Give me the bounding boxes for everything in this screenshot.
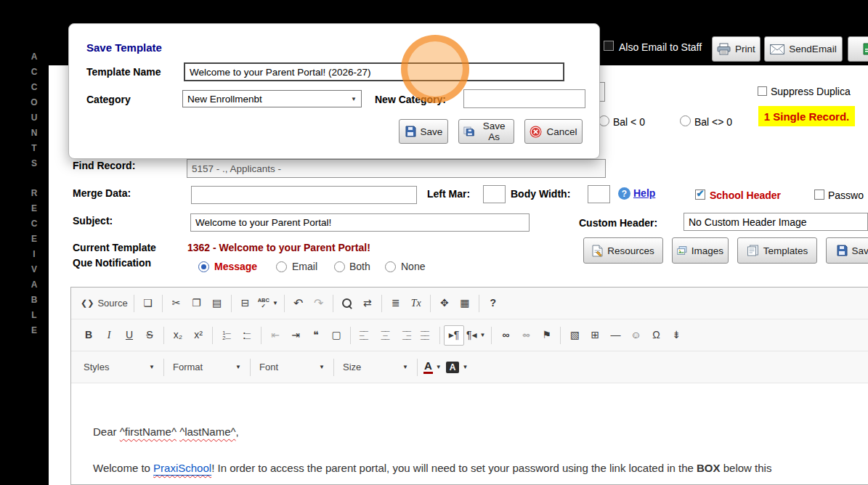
replace-button[interactable]: ⇄ <box>357 293 378 314</box>
insert-table-button[interactable]: ⊞ <box>585 325 605 346</box>
size-dropdown[interactable]: Size ▼ <box>338 358 413 377</box>
password-checkbox[interactable] <box>814 189 824 200</box>
save-disk-icon <box>405 126 416 137</box>
link-button[interactable]: ∞ <box>495 325 516 346</box>
paste-button[interactable]: ▤ <box>207 293 227 314</box>
smiley-button[interactable]: ☺ <box>625 325 646 346</box>
export-button[interactable] <box>848 36 868 62</box>
left-margin-input[interactable] <box>483 185 506 203</box>
align-right-button[interactable]: ―― ― ―― <box>395 325 415 346</box>
que-both-radio[interactable] <box>334 261 345 272</box>
source-label: Source <box>97 298 127 309</box>
text-direction-rtl-button[interactable]: ¶◂ ▼ <box>464 325 487 346</box>
bal-lt-zero-radio[interactable] <box>599 115 609 126</box>
print-button[interactable]: Print <box>712 36 760 62</box>
suppress-duplicate-checkbox[interactable] <box>758 86 767 96</box>
merge-data-input[interactable] <box>191 186 417 204</box>
template-name-input[interactable] <box>184 62 564 81</box>
redo-button[interactable]: ↷ <box>309 293 329 314</box>
background-color-button[interactable]: A ▼ <box>444 357 471 378</box>
special-char-button[interactable]: Ω <box>646 325 666 346</box>
underline-button[interactable]: U <box>119 325 139 346</box>
align-justify-button[interactable]: ―― ―― ―― <box>415 325 436 346</box>
new-page-button[interactable]: ❏ <box>138 293 158 314</box>
cut-button[interactable]: ✂ <box>166 293 187 314</box>
maximize-button[interactable]: ✥ <box>434 293 455 314</box>
remove-format-button[interactable]: Tx <box>406 293 426 314</box>
chevron-down-icon: ▼ <box>480 332 486 338</box>
select-all-button[interactable]: ≣ <box>386 293 406 314</box>
dialog-save-as-button[interactable]: Save As <box>458 119 514 144</box>
align-left-button[interactable]: ―― ― ―― <box>354 325 375 346</box>
unlink-button[interactable]: ∞ <box>516 325 536 346</box>
dialog-save-as-label: Save As <box>479 121 509 142</box>
spell-check-button[interactable]: ABC ✓ ▼ <box>256 293 280 314</box>
toolbar-separator <box>163 359 164 376</box>
bulleted-list-button[interactable]: •― •― <box>237 325 257 346</box>
subject-input[interactable] <box>190 213 530 232</box>
undo-button[interactable]: ↶ <box>288 293 309 314</box>
font-dropdown[interactable]: Font ▼ <box>254 358 330 377</box>
text-color-button[interactable]: A ▼ <box>421 357 444 378</box>
category-select[interactable]: New Enrollmenbt ▼ <box>182 90 362 107</box>
div-container-button[interactable]: ▢ <box>326 325 346 346</box>
custom-header-input[interactable] <box>684 213 868 231</box>
size-label: Size <box>343 362 361 372</box>
toolbar-separator <box>381 295 382 312</box>
save-template-button[interactable]: Save <box>826 237 868 264</box>
body-width-input[interactable] <box>588 185 610 203</box>
also-email-checkbox[interactable] <box>604 41 614 51</box>
praxischool-link[interactable]: PraxiSchool <box>153 462 211 474</box>
paste-icon: ▤ <box>212 298 222 309</box>
strikethrough-button[interactable]: S <box>139 325 160 346</box>
que-email-radio[interactable] <box>276 261 287 272</box>
school-header-checkbox[interactable]: ✔ <box>695 189 705 200</box>
bold-button[interactable]: B <box>78 325 99 346</box>
superscript-button[interactable]: x² <box>188 325 208 346</box>
que-message-radio[interactable] <box>198 261 209 272</box>
custom-header-label: Custom Header: <box>579 217 657 229</box>
merge-field-lastname: ^lastName^ <box>179 425 235 438</box>
text-direction-ltr-button[interactable]: ▸¶ <box>444 325 464 346</box>
que-none-radio[interactable] <box>385 261 396 272</box>
styles-dropdown[interactable]: Styles ▼ <box>78 358 160 377</box>
images-button[interactable]: Images <box>672 237 729 264</box>
new-category-input[interactable] <box>463 89 585 108</box>
suppress-duplicate-label: Suppress Duplica <box>771 86 851 97</box>
maximize-icon: ✥ <box>440 298 449 309</box>
italic-button[interactable]: I <box>99 325 119 346</box>
page-break-button[interactable]: ⇟ <box>666 325 686 346</box>
numbered-list-button[interactable]: 1― 2― <box>216 325 237 346</box>
copy-button[interactable]: ❐ <box>187 293 207 314</box>
send-email-button[interactable]: SendEmail <box>764 36 843 62</box>
find-record-input[interactable] <box>187 159 606 178</box>
bal-ne-zero-radio[interactable] <box>680 115 691 126</box>
single-record-badge: 1 Single Record. <box>758 106 855 126</box>
editor-toolbar-row-2: B I U S x₂ x² 1― 2― •― •― ⇤ ⇥ ❝ ▢ ―― ― ―… <box>71 319 868 351</box>
subscript-button[interactable]: x₂ <box>168 325 188 346</box>
find-button[interactable] <box>337 293 357 314</box>
help-icon[interactable]: ? <box>618 187 630 200</box>
editor-content-area[interactable]: Dear ^firstName^ ^lastName^, Welcome to … <box>71 383 868 474</box>
blockquote-button[interactable]: ❝ <box>306 325 326 346</box>
dialog-cancel-button[interactable]: Cancel <box>524 119 583 144</box>
source-button[interactable]: ❮❯ Source <box>78 293 130 314</box>
format-dropdown[interactable]: Format ▼ <box>168 358 246 377</box>
toolbar-separator <box>560 327 561 344</box>
anchor-flag-icon: ⚑ <box>542 330 551 341</box>
print-doc-button[interactable]: ⊟ <box>235 293 256 314</box>
align-center-button[interactable]: ―― ― ―― <box>375 325 395 346</box>
toolbar-separator <box>491 327 492 344</box>
show-blocks-button[interactable]: ▦ <box>455 293 475 314</box>
templates-button[interactable]: Templates <box>737 237 817 264</box>
anchor-button[interactable]: ⚑ <box>536 325 556 346</box>
about-button[interactable]: ? <box>483 293 503 314</box>
resources-button[interactable]: Resources <box>583 237 663 264</box>
help-link[interactable]: Help <box>633 187 655 199</box>
insert-image-button[interactable]: ▧ <box>564 325 585 346</box>
decrease-indent-button[interactable]: ⇤ <box>265 325 285 346</box>
dialog-save-button[interactable]: Save <box>399 119 448 144</box>
horizontal-line-button[interactable]: ― <box>605 325 625 346</box>
template-name-label: Template Name <box>86 66 161 78</box>
increase-indent-button[interactable]: ⇥ <box>285 325 306 346</box>
